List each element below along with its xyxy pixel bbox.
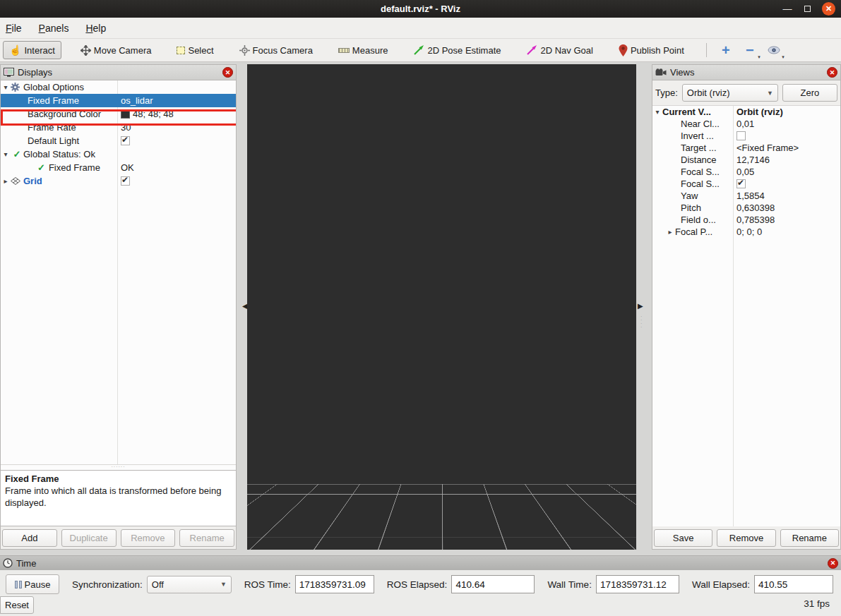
- description-splitter-handle[interactable]: ······: [1, 464, 236, 470]
- tree-item-label: Global Status: Ok: [23, 149, 95, 159]
- displays-close-icon[interactable]: ✕: [222, 67, 233, 78]
- menu-file[interactable]: File: [6, 23, 22, 34]
- save-button[interactable]: Save: [654, 529, 712, 547]
- tool-focus-camera[interactable]: Focus Camera: [233, 42, 319, 59]
- focal-point-value[interactable]: 0; 0; 0: [733, 226, 840, 238]
- tool-visibility-button[interactable]: ▾: [765, 42, 783, 59]
- ros-elapsed-field[interactable]: [451, 575, 535, 593]
- menu-panels[interactable]: Panels: [39, 23, 69, 34]
- duplicate-button: Duplicate: [61, 529, 117, 547]
- tool-label: Measure: [352, 45, 388, 56]
- synchronization-dropdown[interactable]: Off ▼: [147, 576, 232, 593]
- expand-arrow-icon[interactable]: ▸: [665, 228, 675, 236]
- tool-interact[interactable]: ☝ Interact: [3, 41, 61, 59]
- focal-shape-fixed-checkbox[interactable]: [736, 179, 746, 188]
- row-global-status[interactable]: ▾ ✓ Global Status: Ok: [1, 147, 236, 161]
- 3d-viewport[interactable]: [247, 64, 636, 550]
- minimize-button[interactable]: —: [782, 4, 792, 14]
- invert-z-checkbox[interactable]: [736, 131, 746, 140]
- tool-label: Focus Camera: [253, 45, 313, 56]
- pause-button[interactable]: Pause: [6, 574, 59, 594]
- ros-time-field[interactable]: [295, 575, 374, 593]
- reset-button[interactable]: Reset: [0, 596, 34, 614]
- displays-panel-header[interactable]: Displays ✕: [1, 65, 236, 80]
- collapse-arrow-icon[interactable]: ▾: [1, 150, 11, 158]
- fixed-frame-status-value: OK: [117, 161, 236, 174]
- default-light-checkbox[interactable]: [121, 136, 130, 145]
- distance-value[interactable]: 12,7146: [733, 154, 840, 166]
- views-rename-button[interactable]: Rename: [780, 529, 839, 547]
- grid-enabled-checkbox[interactable]: [121, 176, 130, 186]
- row-grid[interactable]: ▸ Grid: [1, 174, 236, 188]
- tool-2d-pose-estimate[interactable]: 2D Pose Estimate: [407, 41, 507, 59]
- maximize-button[interactable]: [802, 4, 812, 14]
- collapse-arrow-icon[interactable]: ▾: [652, 108, 662, 116]
- views-close-icon[interactable]: ✕: [827, 67, 837, 78]
- view-type-dropdown[interactable]: Orbit (rviz) ▼: [682, 84, 778, 102]
- fixed-frame-value[interactable]: os_lidar: [117, 94, 236, 107]
- right-splitter-collapse-arrow[interactable]: ▶: [638, 302, 643, 310]
- zero-button[interactable]: Zero: [782, 84, 837, 102]
- row-target-frame[interactable]: Target ... <Fixed Frame>: [652, 142, 840, 154]
- row-yaw[interactable]: Yaw 1,5854: [652, 190, 840, 202]
- row-default-light[interactable]: Default Light: [1, 134, 236, 147]
- wall-time-label: Wall Time:: [547, 579, 592, 590]
- focus-crosshair-icon: [239, 45, 250, 56]
- frame-rate-value[interactable]: 30: [117, 121, 236, 134]
- status-ok-check-icon: ✓: [11, 149, 23, 159]
- remove-tool-button[interactable]: − ▾: [741, 42, 759, 59]
- row-focal-point[interactable]: ▸ Focal P... 0; 0; 0: [652, 226, 840, 238]
- near-clip-value[interactable]: 0,01: [733, 118, 840, 130]
- row-pitch[interactable]: Pitch 0,630398: [652, 202, 840, 214]
- background-color-value[interactable]: 48; 48; 48: [133, 109, 174, 119]
- wall-elapsed-field[interactable]: [754, 575, 833, 593]
- splitter-handle-dots[interactable]: ····: [640, 315, 642, 329]
- row-current-view[interactable]: ▾ Current V... Orbit (rviz): [652, 106, 840, 118]
- tree-item-label: Target ...: [681, 143, 717, 153]
- tool-publish-point[interactable]: Publish Point: [612, 41, 691, 60]
- tool-move-camera[interactable]: Move Camera: [74, 42, 158, 59]
- fps-counter: 31 fps: [804, 598, 830, 609]
- views-panel-header[interactable]: Views ✕: [652, 65, 840, 80]
- tree-item-label: Background Color: [28, 109, 101, 119]
- row-field-of-view[interactable]: Field o... 0,785398: [652, 214, 840, 226]
- pitch-value[interactable]: 0,630398: [733, 202, 840, 214]
- views-buttons: Save Remove Rename: [652, 526, 840, 549]
- status-ok-check-icon: ✓: [37, 162, 45, 173]
- menu-help[interactable]: Help: [85, 23, 106, 34]
- time-panel-header[interactable]: Time ✕: [0, 556, 841, 570]
- expand-arrow-icon[interactable]: ▸: [1, 177, 11, 185]
- tool-label: Interact: [24, 45, 54, 56]
- field-of-view-value[interactable]: 0,785398: [733, 214, 840, 226]
- focal-shape-size-value[interactable]: 0,05: [733, 166, 840, 178]
- chevron-down-icon: ▼: [767, 90, 773, 97]
- row-focal-shape-size[interactable]: Focal S... 0,05: [652, 166, 840, 178]
- yaw-value[interactable]: 1,5854: [733, 190, 840, 202]
- pause-icon: [15, 581, 22, 588]
- tool-measure[interactable]: Measure: [332, 42, 395, 59]
- row-frame-rate[interactable]: Frame Rate 30: [1, 121, 236, 134]
- type-label: Type:: [655, 87, 678, 98]
- add-tool-button[interactable]: +: [717, 42, 735, 59]
- row-distance[interactable]: Distance 12,7146: [652, 154, 840, 166]
- tool-select[interactable]: Select: [170, 42, 220, 59]
- row-focal-shape-fixed[interactable]: Focal S...: [652, 178, 840, 190]
- collapse-arrow-icon[interactable]: ▾: [1, 83, 11, 91]
- time-close-icon[interactable]: ✕: [828, 558, 838, 569]
- target-frame-value[interactable]: <Fixed Frame>: [733, 142, 840, 154]
- add-button[interactable]: Add: [2, 529, 57, 547]
- tree-item-label: Pitch: [681, 203, 701, 213]
- displays-panel-title: Displays: [18, 67, 219, 78]
- tool-2d-nav-goal[interactable]: 2D Nav Goal: [520, 41, 599, 59]
- views-remove-button[interactable]: Remove: [717, 529, 775, 547]
- row-fixed-frame[interactable]: Fixed Frame os_lidar: [1, 94, 236, 107]
- magenta-arrow-icon: [526, 44, 537, 56]
- row-fixed-frame-status[interactable]: ✓ Fixed Frame OK: [1, 161, 236, 174]
- row-global-options[interactable]: ▾ Global Options: [1, 80, 236, 94]
- displays-buttons: Add Duplicate Remove Rename: [1, 526, 236, 549]
- row-near-clip[interactable]: Near Cl... 0,01: [652, 118, 840, 130]
- row-invert-z[interactable]: Invert ...: [652, 130, 840, 142]
- wall-time-field[interactable]: [596, 575, 679, 593]
- row-background-color[interactable]: Background Color 48; 48; 48: [1, 107, 236, 121]
- close-button[interactable]: ✕: [822, 2, 835, 16]
